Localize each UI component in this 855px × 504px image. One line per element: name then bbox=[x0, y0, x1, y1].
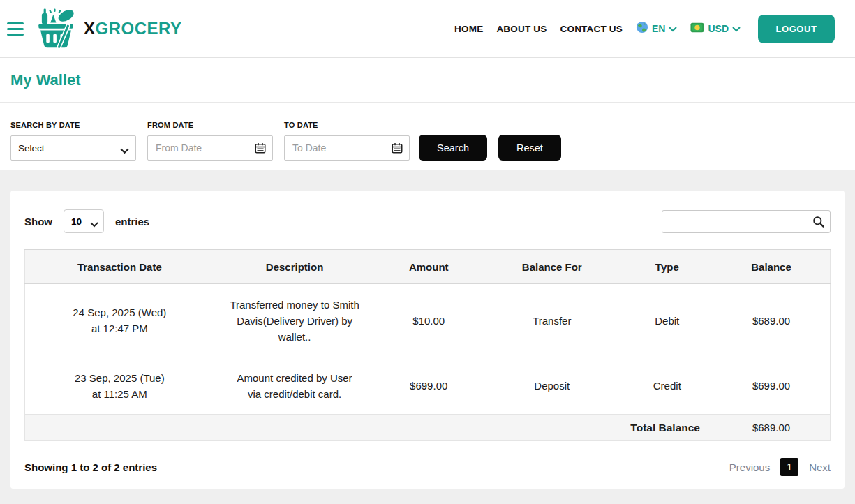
currency-dropdown[interactable]: USD bbox=[690, 22, 741, 36]
brand-logo[interactable]: XGROCERY bbox=[34, 6, 181, 52]
table-header-row: Transaction Date Description Amount Bala… bbox=[25, 250, 831, 284]
chevron-down-icon bbox=[732, 22, 741, 35]
total-balance-label: Total Balance bbox=[25, 415, 713, 441]
table-search-input[interactable] bbox=[662, 210, 831, 233]
grocery-basket-icon bbox=[34, 6, 78, 52]
hamburger-menu-icon[interactable] bbox=[7, 22, 24, 36]
transactions-card: Show 10 entries Tra bbox=[10, 191, 845, 489]
previous-page-button[interactable]: Previous bbox=[729, 461, 770, 473]
cell-balance: $699.00 bbox=[713, 357, 831, 415]
cell-balance-for: Deposit bbox=[482, 357, 622, 415]
search-button[interactable]: Search bbox=[419, 135, 487, 161]
header-description: Description bbox=[214, 250, 376, 284]
total-balance-row: Total Balance $689.00 bbox=[25, 415, 831, 441]
table-row: 24 Sep, 2025 (Wed) at 12:47 PM Transferr… bbox=[25, 284, 831, 357]
cell-type: Credit bbox=[622, 357, 713, 415]
entries-summary: Showing 1 to 2 of 2 entries bbox=[24, 461, 157, 473]
globe-icon bbox=[636, 21, 648, 36]
cell-description: Transferred money to Smith Davis(Deliver… bbox=[214, 284, 376, 357]
nav-about-us[interactable]: ABOUT US bbox=[496, 24, 547, 34]
to-date-label: TO DATE bbox=[284, 121, 410, 129]
cell-balance: $689.00 bbox=[713, 284, 831, 357]
pagination: Previous 1 Next bbox=[729, 458, 831, 476]
wallet-section: My Wallet SEARCH BY DATE Select FROM DAT… bbox=[0, 58, 855, 170]
filters-bar: SEARCH BY DATE Select FROM DATE bbox=[10, 121, 845, 161]
transactions-table: Transaction Date Description Amount Bala… bbox=[24, 249, 831, 441]
cell-balance-for: Transfer bbox=[482, 284, 622, 357]
currency-value: USD bbox=[708, 23, 729, 34]
header-type: Type bbox=[622, 250, 713, 284]
next-page-button[interactable]: Next bbox=[809, 461, 831, 473]
from-date-input[interactable] bbox=[147, 135, 273, 161]
top-header: XGROCERY HOME ABOUT US CONTACT US EN bbox=[0, 0, 855, 58]
search-icon[interactable] bbox=[812, 215, 825, 231]
main-nav: HOME ABOUT US CONTACT US EN bbox=[454, 15, 835, 43]
header-amount: Amount bbox=[375, 250, 482, 284]
cell-amount: $10.00 bbox=[375, 284, 482, 357]
show-label: Show bbox=[24, 216, 52, 228]
cell-transaction-date: 23 Sep, 2025 (Tue) at 11:25 AM bbox=[25, 357, 214, 415]
cell-description: Amount credited by User via credit/debit… bbox=[214, 357, 376, 415]
reset-button[interactable]: Reset bbox=[498, 135, 561, 161]
from-date-label: FROM DATE bbox=[147, 121, 273, 129]
logout-button[interactable]: LOGOUT bbox=[758, 15, 835, 43]
header-balance: Balance bbox=[713, 250, 831, 284]
nav-home[interactable]: HOME bbox=[454, 24, 483, 34]
header-balance-for: Balance For bbox=[482, 250, 622, 284]
header-transaction-date: Transaction Date bbox=[25, 250, 214, 284]
table-row: 23 Sep, 2025 (Tue) at 11:25 AM Amount cr… bbox=[25, 357, 831, 415]
current-page-button[interactable]: 1 bbox=[780, 458, 798, 476]
nav-contact-us[interactable]: CONTACT US bbox=[560, 24, 623, 34]
search-by-date-select[interactable]: Select bbox=[10, 135, 136, 161]
to-date-input[interactable] bbox=[284, 135, 410, 161]
cell-amount: $699.00 bbox=[375, 357, 482, 415]
cell-transaction-date: 24 Sep, 2025 (Wed) at 12:47 PM bbox=[25, 284, 214, 357]
entries-label: entries bbox=[115, 216, 149, 228]
money-icon bbox=[690, 22, 704, 36]
brand-name: XGROCERY bbox=[84, 19, 181, 38]
title-divider bbox=[0, 102, 855, 103]
chevron-down-icon bbox=[669, 22, 677, 35]
language-dropdown[interactable]: EN bbox=[636, 21, 677, 36]
search-by-date-label: SEARCH BY DATE bbox=[10, 121, 136, 129]
page-title: My Wallet bbox=[10, 71, 845, 89]
total-balance-value: $689.00 bbox=[713, 415, 831, 441]
entries-count-select[interactable]: 10 bbox=[64, 209, 104, 233]
cell-type: Debit bbox=[622, 284, 713, 357]
language-value: EN bbox=[652, 23, 665, 34]
